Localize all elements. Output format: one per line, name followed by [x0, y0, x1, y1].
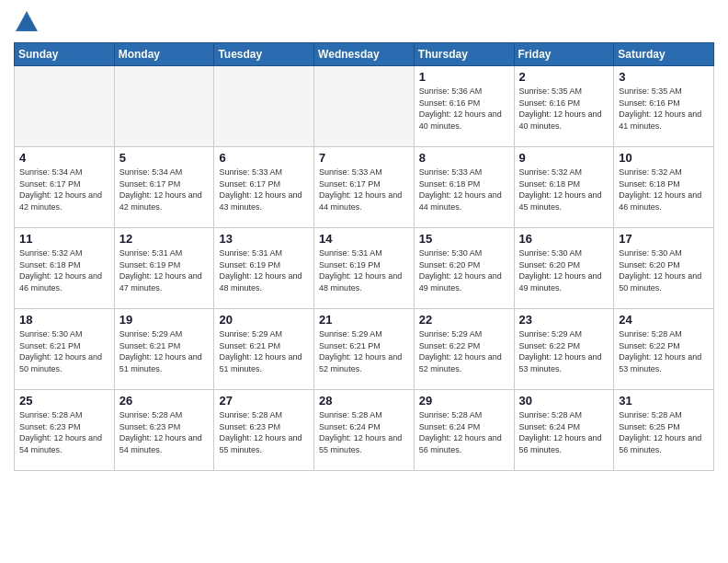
- day-info: Sunrise: 5:28 AMSunset: 6:22 PMDaylight:…: [619, 328, 709, 374]
- calendar-cell: 30Sunrise: 5:28 AMSunset: 6:24 PMDayligh…: [514, 390, 614, 471]
- day-info: Sunrise: 5:28 AMSunset: 6:23 PMDaylight:…: [19, 409, 109, 455]
- calendar-cell: 26Sunrise: 5:28 AMSunset: 6:23 PMDayligh…: [114, 390, 214, 471]
- col-tuesday: Tuesday: [214, 43, 314, 66]
- page-header: [14, 9, 714, 35]
- day-info: Sunrise: 5:30 AMSunset: 6:20 PMDaylight:…: [519, 247, 609, 293]
- page-container: Sunday Monday Tuesday Wednesday Thursday…: [0, 0, 728, 563]
- day-number: 13: [219, 232, 309, 246]
- calendar-week-5: 25Sunrise: 5:28 AMSunset: 6:23 PMDayligh…: [15, 390, 714, 471]
- day-number: 19: [119, 313, 210, 327]
- col-sunday: Sunday: [15, 43, 115, 66]
- day-number: 7: [319, 151, 409, 165]
- calendar-week-4: 18Sunrise: 5:30 AMSunset: 6:21 PMDayligh…: [15, 309, 714, 390]
- day-number: 9: [519, 151, 609, 165]
- calendar-week-2: 4Sunrise: 5:34 AMSunset: 6:17 PMDaylight…: [15, 147, 714, 228]
- calendar-table: Sunday Monday Tuesday Wednesday Thursday…: [14, 42, 714, 471]
- day-number: 12: [119, 232, 210, 246]
- calendar-cell: 25Sunrise: 5:28 AMSunset: 6:23 PMDayligh…: [15, 390, 115, 471]
- day-info: Sunrise: 5:31 AMSunset: 6:19 PMDaylight:…: [219, 247, 309, 293]
- col-wednesday: Wednesday: [314, 43, 415, 66]
- day-number: 2: [519, 70, 609, 84]
- day-number: 11: [19, 232, 109, 246]
- day-info: Sunrise: 5:28 AMSunset: 6:25 PMDaylight:…: [619, 409, 709, 455]
- day-number: 14: [319, 232, 409, 246]
- calendar-week-1: 1Sunrise: 5:36 AMSunset: 6:16 PMDaylight…: [15, 66, 714, 147]
- day-info: Sunrise: 5:34 AMSunset: 6:17 PMDaylight:…: [119, 167, 210, 213]
- day-info: Sunrise: 5:31 AMSunset: 6:19 PMDaylight:…: [119, 247, 210, 293]
- calendar-cell: 27Sunrise: 5:28 AMSunset: 6:23 PMDayligh…: [214, 390, 314, 471]
- day-info: Sunrise: 5:29 AMSunset: 6:21 PMDaylight:…: [219, 328, 309, 374]
- calendar-cell: 2Sunrise: 5:35 AMSunset: 6:16 PMDaylight…: [514, 66, 614, 147]
- day-number: 24: [619, 313, 709, 327]
- day-number: 16: [519, 232, 609, 246]
- day-number: 4: [19, 151, 109, 165]
- calendar-week-3: 11Sunrise: 5:32 AMSunset: 6:18 PMDayligh…: [15, 228, 714, 309]
- calendar-cell: 1Sunrise: 5:36 AMSunset: 6:16 PMDaylight…: [414, 66, 514, 147]
- day-info: Sunrise: 5:34 AMSunset: 6:17 PMDaylight:…: [19, 167, 109, 213]
- day-number: 10: [619, 151, 709, 165]
- calendar-cell: [214, 66, 314, 147]
- day-info: Sunrise: 5:29 AMSunset: 6:22 PMDaylight:…: [419, 328, 509, 374]
- day-number: 28: [319, 394, 409, 408]
- day-number: 29: [419, 394, 509, 408]
- day-number: 17: [619, 232, 709, 246]
- day-info: Sunrise: 5:29 AMSunset: 6:21 PMDaylight:…: [119, 328, 210, 374]
- calendar-cell: 9Sunrise: 5:32 AMSunset: 6:18 PMDaylight…: [514, 147, 614, 228]
- day-number: 18: [19, 313, 109, 327]
- calendar-cell: 3Sunrise: 5:35 AMSunset: 6:16 PMDaylight…: [614, 66, 714, 147]
- day-number: 20: [219, 313, 309, 327]
- day-number: 23: [519, 313, 609, 327]
- day-number: 1: [419, 70, 509, 84]
- day-number: 30: [519, 394, 609, 408]
- day-info: Sunrise: 5:30 AMSunset: 6:20 PMDaylight:…: [619, 247, 709, 293]
- calendar-cell: 20Sunrise: 5:29 AMSunset: 6:21 PMDayligh…: [214, 309, 314, 390]
- day-number: 22: [419, 313, 509, 327]
- logo-icon: [14, 9, 40, 35]
- day-info: Sunrise: 5:31 AMSunset: 6:19 PMDaylight:…: [319, 247, 409, 293]
- calendar-cell: 14Sunrise: 5:31 AMSunset: 6:19 PMDayligh…: [314, 228, 415, 309]
- calendar-cell: 5Sunrise: 5:34 AMSunset: 6:17 PMDaylight…: [114, 147, 214, 228]
- col-thursday: Thursday: [414, 43, 514, 66]
- day-number: 25: [19, 394, 109, 408]
- calendar-cell: 8Sunrise: 5:33 AMSunset: 6:18 PMDaylight…: [414, 147, 514, 228]
- logo: [14, 9, 43, 35]
- calendar-cell: 16Sunrise: 5:30 AMSunset: 6:20 PMDayligh…: [514, 228, 614, 309]
- day-info: Sunrise: 5:30 AMSunset: 6:21 PMDaylight:…: [19, 328, 109, 374]
- calendar-cell: 4Sunrise: 5:34 AMSunset: 6:17 PMDaylight…: [15, 147, 115, 228]
- day-number: 26: [119, 394, 210, 408]
- day-info: Sunrise: 5:28 AMSunset: 6:24 PMDaylight:…: [319, 409, 409, 455]
- calendar-cell: [314, 66, 415, 147]
- calendar-cell: [15, 66, 115, 147]
- col-monday: Monday: [114, 43, 214, 66]
- calendar-cell: 18Sunrise: 5:30 AMSunset: 6:21 PMDayligh…: [15, 309, 115, 390]
- day-info: Sunrise: 5:35 AMSunset: 6:16 PMDaylight:…: [619, 86, 709, 132]
- calendar-cell: 29Sunrise: 5:28 AMSunset: 6:24 PMDayligh…: [414, 390, 514, 471]
- calendar-cell: 23Sunrise: 5:29 AMSunset: 6:22 PMDayligh…: [514, 309, 614, 390]
- day-info: Sunrise: 5:33 AMSunset: 6:17 PMDaylight:…: [319, 167, 409, 213]
- day-info: Sunrise: 5:28 AMSunset: 6:23 PMDaylight:…: [119, 409, 210, 455]
- calendar-cell: 28Sunrise: 5:28 AMSunset: 6:24 PMDayligh…: [314, 390, 415, 471]
- day-number: 3: [619, 70, 709, 84]
- calendar-cell: 31Sunrise: 5:28 AMSunset: 6:25 PMDayligh…: [614, 390, 714, 471]
- calendar-header-row: Sunday Monday Tuesday Wednesday Thursday…: [15, 43, 714, 66]
- calendar-cell: 24Sunrise: 5:28 AMSunset: 6:22 PMDayligh…: [614, 309, 714, 390]
- day-number: 31: [619, 394, 709, 408]
- day-info: Sunrise: 5:32 AMSunset: 6:18 PMDaylight:…: [519, 167, 609, 213]
- day-number: 27: [219, 394, 309, 408]
- day-number: 5: [119, 151, 210, 165]
- day-info: Sunrise: 5:33 AMSunset: 6:18 PMDaylight:…: [419, 167, 509, 213]
- day-number: 8: [419, 151, 509, 165]
- day-info: Sunrise: 5:28 AMSunset: 6:24 PMDaylight:…: [519, 409, 609, 455]
- day-info: Sunrise: 5:35 AMSunset: 6:16 PMDaylight:…: [519, 86, 609, 132]
- calendar-cell: 15Sunrise: 5:30 AMSunset: 6:20 PMDayligh…: [414, 228, 514, 309]
- day-info: Sunrise: 5:30 AMSunset: 6:20 PMDaylight:…: [419, 247, 509, 293]
- calendar-cell: 22Sunrise: 5:29 AMSunset: 6:22 PMDayligh…: [414, 309, 514, 390]
- col-friday: Friday: [514, 43, 614, 66]
- day-info: Sunrise: 5:28 AMSunset: 6:23 PMDaylight:…: [219, 409, 309, 455]
- day-info: Sunrise: 5:32 AMSunset: 6:18 PMDaylight:…: [19, 247, 109, 293]
- day-info: Sunrise: 5:32 AMSunset: 6:18 PMDaylight:…: [619, 167, 709, 213]
- calendar-cell: 12Sunrise: 5:31 AMSunset: 6:19 PMDayligh…: [114, 228, 214, 309]
- day-info: Sunrise: 5:29 AMSunset: 6:22 PMDaylight:…: [519, 328, 609, 374]
- day-number: 15: [419, 232, 509, 246]
- calendar-cell: 7Sunrise: 5:33 AMSunset: 6:17 PMDaylight…: [314, 147, 415, 228]
